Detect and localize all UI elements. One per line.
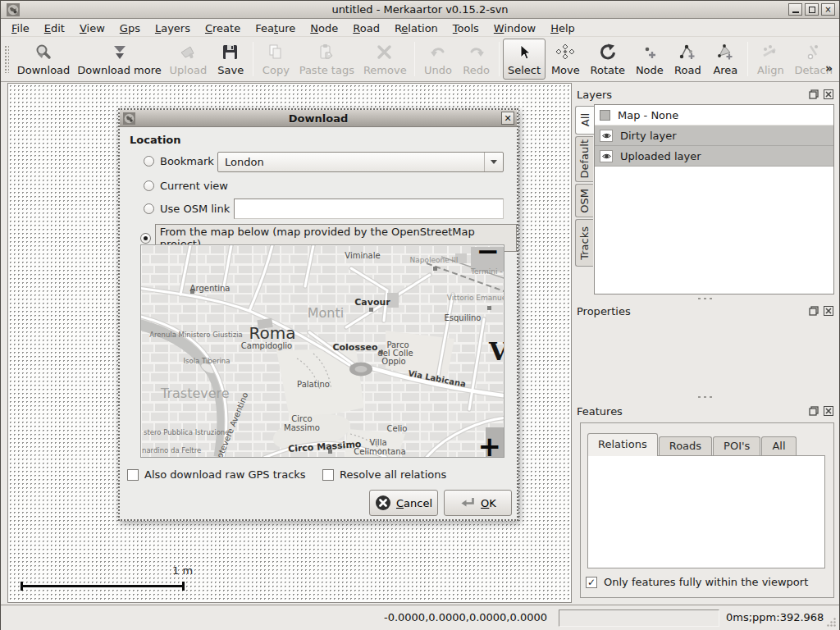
download-more-icon <box>110 43 130 62</box>
visibility-eye-icon[interactable] <box>600 130 613 142</box>
toolbar-handle[interactable] <box>4 45 9 73</box>
close-button[interactable]: × <box>821 3 835 16</box>
bookmark-radio[interactable] <box>144 156 154 167</box>
tab-roads[interactable]: Roads <box>659 436 712 456</box>
toolbar-separator <box>253 42 253 76</box>
save-button[interactable]: Save <box>212 39 249 80</box>
from-map-radio[interactable] <box>140 233 151 244</box>
map-label: Vittorio Emanuele <box>447 294 504 302</box>
layer-row-dirty[interactable]: Dirty layer <box>595 126 833 146</box>
menu-view[interactable]: View <box>72 21 112 36</box>
osm-link-radio-label: Use OSM link <box>160 203 230 215</box>
ok-button-label: OK <box>481 497 496 509</box>
features-float-icon[interactable] <box>808 405 819 416</box>
road-tool-button[interactable]: Road <box>669 39 706 80</box>
titlebar[interactable]: untitled - Merkaartor v0.15.2-svn × <box>1 1 839 19</box>
tab-all[interactable]: All <box>761 436 796 456</box>
dialog-titlebar[interactable]: Download ✕ <box>120 110 517 127</box>
download-button[interactable]: Download <box>12 39 74 80</box>
undo-icon <box>428 43 448 62</box>
download-more-button[interactable]: Download more <box>75 39 165 80</box>
layer-row-uploaded[interactable]: Uploaded layer <box>595 146 833 167</box>
app-icon <box>7 3 20 16</box>
cancel-button[interactable]: Cancel <box>369 490 438 516</box>
area-tool-button[interactable]: Area <box>706 39 744 80</box>
bookmark-combobox[interactable]: London <box>217 152 504 172</box>
viewport-checkbox[interactable]: ✓ <box>586 577 597 588</box>
map-zoom-in-button[interactable]: + <box>478 432 502 458</box>
features-tabbar: Relations Roads POI's All <box>587 433 797 456</box>
node-tool-button[interactable]: Node <box>630 39 669 80</box>
tab-relations[interactable]: Relations <box>587 433 658 456</box>
toolbar-overflow-chevron[interactable]: » <box>825 62 833 75</box>
osm-link-input[interactable] <box>234 199 504 219</box>
layers-panel: All Default OSM Tracks Map - None Dirty … <box>575 104 835 294</box>
menu-layers[interactable]: Layers <box>148 21 198 36</box>
layer-list: Map - None Dirty layer Uploaded layer <box>594 104 834 294</box>
menu-edit[interactable]: Edit <box>37 21 72 36</box>
features-close-icon[interactable] <box>823 405 833 416</box>
menu-tools[interactable]: Tools <box>445 21 486 36</box>
features-panel: Relations Roads POI's All ✓ Only feature… <box>580 422 834 598</box>
menu-window[interactable]: Window <box>486 21 543 36</box>
properties-float-icon[interactable] <box>808 305 819 316</box>
menu-create[interactable]: Create <box>198 21 248 36</box>
move-tool-button[interactable]: Move <box>546 39 585 80</box>
select-tool-button[interactable]: Select <box>503 39 546 80</box>
rotate-tool-button[interactable]: Rotate <box>585 39 630 80</box>
dialog-close-button[interactable]: ✕ <box>501 112 514 125</box>
map-label: Circo <box>291 414 312 423</box>
layer-swatch[interactable] <box>600 110 610 121</box>
upload-icon <box>178 43 198 62</box>
progress-bar <box>559 609 719 627</box>
layers-tab-osm[interactable]: OSM <box>575 184 593 217</box>
current-view-radio-label: Current view <box>160 180 228 192</box>
layers-panel-title: Layers <box>575 89 612 101</box>
toolbar-separator <box>499 42 500 76</box>
download-dialog: Download ✕ Location Bookmark London Curr… <box>118 108 518 521</box>
minimize-button[interactable] <box>788 3 802 16</box>
menu-gps[interactable]: Gps <box>112 21 148 36</box>
dialog-close-icon: ✕ <box>504 113 511 124</box>
combobox-dropdown-button[interactable] <box>484 153 503 171</box>
statusbar: -0.0000,0.0000,0.0000,0.0000 0ms;ppm:392… <box>1 605 839 630</box>
bookmark-combobox-value: London <box>218 156 484 168</box>
dock-splitter[interactable] <box>575 294 835 302</box>
detach-icon <box>804 43 824 62</box>
gps-tracks-checkbox[interactable] <box>127 469 139 481</box>
maximize-button[interactable] <box>805 3 819 16</box>
layer-label: Map - None <box>618 109 678 121</box>
layers-tab-tracks[interactable]: Tracks <box>575 219 593 267</box>
resolve-relations-checkbox[interactable] <box>322 469 334 481</box>
properties-close-icon[interactable] <box>823 305 833 316</box>
osm-map-preview[interactable]: Viminale Napoleone III Termini - La Vitt… <box>140 244 504 458</box>
layer-row-map-none[interactable]: Map - None <box>595 105 833 126</box>
features-panel-title: Features <box>575 405 623 418</box>
menu-help[interactable]: Help <box>543 21 582 36</box>
layers-tab-all[interactable]: All <box>575 106 594 135</box>
ok-button[interactable]: OK <box>444 490 512 516</box>
current-view-radio[interactable] <box>144 180 154 191</box>
layers-float-icon[interactable] <box>808 89 819 99</box>
paste-tags-button: Paste tags <box>294 39 358 80</box>
resize-grip[interactable] <box>826 617 837 628</box>
undo-button: Undo <box>418 39 457 80</box>
menu-relation[interactable]: Relation <box>387 21 445 36</box>
visibility-eye-icon[interactable] <box>600 150 613 162</box>
dock-splitter[interactable] <box>575 393 835 400</box>
map-label: Campidoglio <box>241 341 292 350</box>
features-list[interactable] <box>587 455 825 568</box>
menu-feature[interactable]: Feature <box>248 21 303 36</box>
map-zoom-out-button[interactable]: − <box>477 244 500 265</box>
menu-road[interactable]: Road <box>345 21 387 36</box>
tab-pois[interactable]: POI's <box>713 436 760 456</box>
upload-button: Upload <box>164 39 212 80</box>
osm-link-radio[interactable] <box>144 203 154 214</box>
map-label: Viminale <box>345 251 380 260</box>
menu-node[interactable]: Node <box>303 21 345 36</box>
cancel-icon <box>375 495 391 511</box>
map-label: Celio <box>387 424 408 433</box>
layers-tab-default[interactable]: Default <box>575 136 593 182</box>
layers-close-icon[interactable] <box>823 89 833 99</box>
menu-file[interactable]: File <box>4 21 37 36</box>
